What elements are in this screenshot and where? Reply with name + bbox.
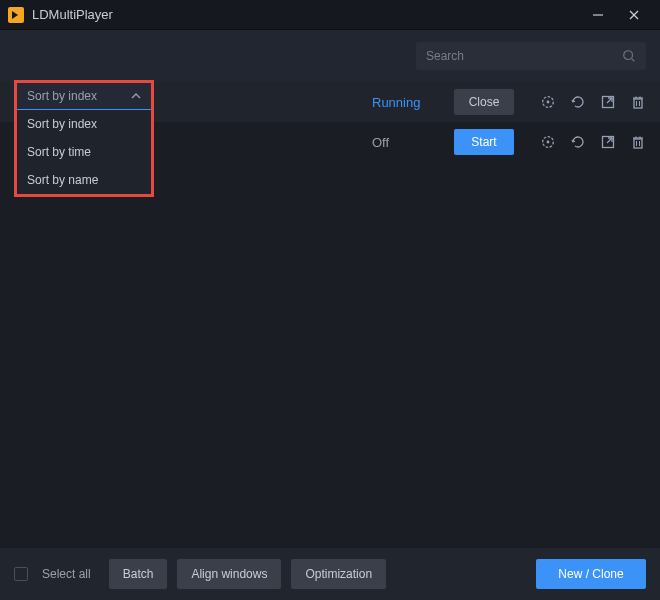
- svg-point-3: [624, 51, 633, 60]
- footer: Select all Batch Align windows Optimizat…: [0, 548, 660, 600]
- chevron-up-icon: [131, 91, 141, 101]
- close-window-button[interactable]: [616, 0, 652, 30]
- search-icon: [622, 49, 636, 63]
- svg-line-18: [607, 138, 612, 143]
- toolbar: Sort by index Sort by index Sort by time…: [0, 30, 660, 82]
- settings-icon[interactable]: [540, 94, 556, 110]
- search-box[interactable]: [416, 42, 646, 70]
- row-status: Off: [372, 135, 442, 150]
- optimization-button[interactable]: Optimization: [291, 559, 386, 589]
- new-clone-button[interactable]: New / Clone: [536, 559, 646, 589]
- title-bar: LDMultiPlayer: [0, 0, 660, 30]
- batch-button[interactable]: Batch: [109, 559, 168, 589]
- sort-dropdown[interactable]: Sort by index Sort by index Sort by time…: [14, 80, 154, 197]
- select-all-label: Select all: [42, 567, 91, 581]
- sort-current[interactable]: Sort by index: [17, 83, 151, 109]
- close-icon: [628, 9, 640, 21]
- app-logo-icon: [8, 7, 24, 23]
- window-title: LDMultiPlayer: [32, 7, 580, 22]
- svg-line-4: [632, 59, 635, 62]
- delete-icon[interactable]: [630, 134, 646, 150]
- backup-icon[interactable]: [570, 94, 586, 110]
- row-status: Running: [372, 95, 442, 110]
- svg-rect-9: [634, 99, 642, 108]
- sort-option-index[interactable]: Sort by index: [17, 110, 151, 138]
- minimize-icon: [592, 9, 604, 21]
- svg-point-6: [547, 101, 550, 104]
- backup-icon[interactable]: [570, 134, 586, 150]
- sort-option-time[interactable]: Sort by time: [17, 138, 151, 166]
- shortcut-icon[interactable]: [600, 94, 616, 110]
- row-action-button[interactable]: Start: [454, 129, 514, 155]
- search-input[interactable]: [426, 49, 622, 63]
- row-actions: [540, 94, 646, 110]
- sort-current-label: Sort by index: [27, 89, 97, 103]
- sort-option-name[interactable]: Sort by name: [17, 166, 151, 194]
- minimize-button[interactable]: [580, 0, 616, 30]
- svg-line-8: [607, 98, 612, 103]
- svg-rect-19: [634, 139, 642, 148]
- select-all-checkbox[interactable]: [14, 567, 28, 581]
- svg-point-16: [547, 141, 550, 144]
- delete-icon[interactable]: [630, 94, 646, 110]
- settings-icon[interactable]: [540, 134, 556, 150]
- row-action-button[interactable]: Close: [454, 89, 514, 115]
- align-windows-button[interactable]: Align windows: [177, 559, 281, 589]
- shortcut-icon[interactable]: [600, 134, 616, 150]
- row-actions: [540, 134, 646, 150]
- sort-options-list: Sort by index Sort by time Sort by name: [17, 109, 151, 194]
